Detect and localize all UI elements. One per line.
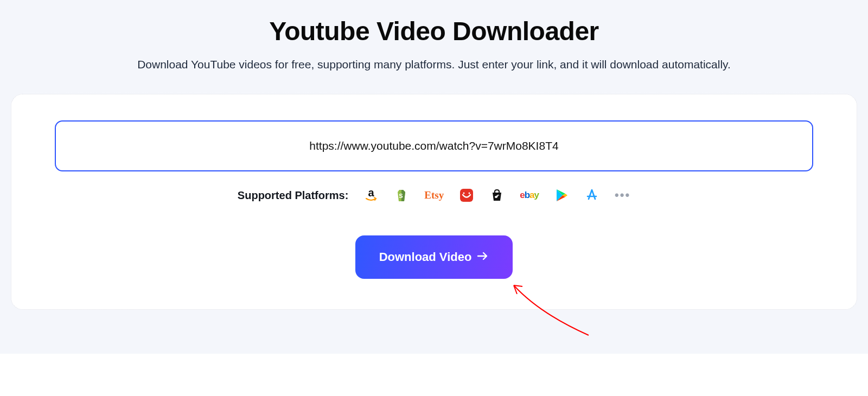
page-footer-blank <box>0 354 868 396</box>
page-title: Youtube Video Downloader <box>5 16 863 46</box>
video-url-input[interactable] <box>55 120 813 171</box>
app-store-icon <box>584 188 599 203</box>
download-button-label: Download Video <box>379 250 472 264</box>
shopify-icon: S <box>394 188 409 203</box>
tiktok-shop-icon <box>489 188 505 203</box>
supported-platforms-row: Supported Platforms: a S Etsy <box>55 188 813 203</box>
etsy-icon: Etsy <box>424 188 444 203</box>
ebay-icon: ebay <box>520 188 539 203</box>
svg-point-3 <box>463 193 465 194</box>
more-platforms-icon[interactable]: ••• <box>615 188 630 202</box>
svg-point-4 <box>469 193 470 194</box>
amazon-icon: a <box>363 188 379 203</box>
supported-platforms-label: Supported Platforms: <box>238 189 348 202</box>
downloader-card: Supported Platforms: a S Etsy <box>11 94 857 310</box>
svg-text:a: a <box>368 188 375 199</box>
svg-rect-2 <box>460 189 473 202</box>
svg-text:S: S <box>399 193 403 199</box>
aliexpress-icon <box>459 188 474 203</box>
google-play-icon <box>554 188 569 203</box>
download-video-button[interactable]: Download Video <box>355 235 513 279</box>
arrow-right-icon <box>477 250 489 264</box>
page-subtitle: Download YouTube videos for free, suppor… <box>5 58 863 71</box>
